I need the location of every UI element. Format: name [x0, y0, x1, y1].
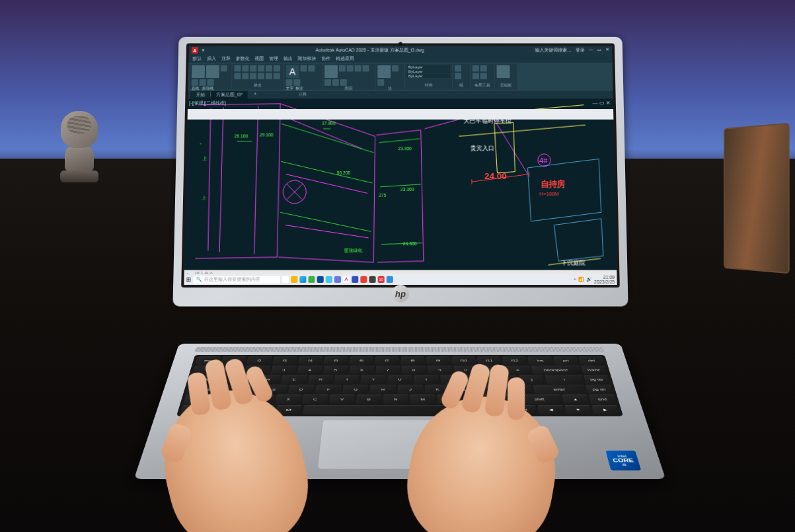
panel-modify[interactable]: 修改: [232, 64, 284, 90]
panel-clipboard[interactable]: 剪贴板: [494, 64, 517, 90]
search-icon: 🔍: [196, 277, 202, 282]
tray-chevron-icon[interactable]: ^: [574, 277, 576, 282]
svg-text:上: 上: [202, 196, 206, 200]
svg-text:24.00: 24.00: [484, 171, 507, 181]
panel-utilities[interactable]: 实用工具: [471, 64, 494, 90]
system-tray: ^ 📶 🔊 21:09 2023/2/25: [574, 275, 615, 284]
edge-icon[interactable]: [299, 276, 306, 283]
tray-network-icon[interactable]: 📶: [578, 277, 584, 282]
panel-group[interactable]: 组: [453, 64, 470, 90]
panel-properties[interactable]: ByLayer ByLayer ByLayer 特性: [405, 64, 452, 90]
svg-text:29.100: 29.100: [234, 133, 248, 138]
key-space[interactable]: [303, 405, 455, 414]
svg-text:23.300: 23.300: [400, 186, 414, 191]
cortana-icon[interactable]: [282, 276, 289, 283]
block-insert-icon[interactable]: [377, 65, 391, 79]
window-close-icon[interactable]: ✕: [605, 47, 609, 54]
doctab-drawing[interactable]: 方案总图_t3*: [211, 91, 248, 99]
lineweight-dropdown[interactable]: ByLayer: [407, 74, 450, 78]
search-hint[interactable]: 输入关键词搜索…: [535, 47, 571, 54]
store-icon[interactable]: [317, 276, 324, 283]
tab-default[interactable]: 默认: [192, 56, 202, 62]
titlebar: A ▾ Autodesk AutoCAD 2020 - 未注册版 方案总图_t3…: [189, 46, 613, 55]
screen-bezel: A ▾ Autodesk AutoCAD 2020 - 未注册版 方案总图_t3…: [181, 44, 620, 288]
window-title: Autodesk AutoCAD 2020 - 未注册版 方案总图_t3.dwg: [208, 47, 531, 54]
app5-icon[interactable]: 10: [378, 276, 385, 283]
doctab-new[interactable]: +: [248, 91, 262, 99]
key-up[interactable]: ▲: [562, 395, 589, 404]
doctab-start[interactable]: 开始: [190, 91, 210, 99]
svg-text:23.300: 23.300: [403, 242, 417, 247]
tab-annotate[interactable]: 注释: [221, 56, 231, 62]
key-left[interactable]: ◀: [537, 405, 564, 414]
taskbar-search[interactable]: 🔍 在这里输入你要搜索的内容: [194, 276, 281, 283]
polyline-icon[interactable]: [206, 65, 219, 79]
photo-scene: A ▾ Autodesk AutoCAD 2020 - 未注册版 方案总图_t3…: [0, 0, 795, 532]
search-placeholder: 在这里输入你要搜索的内容: [204, 276, 260, 283]
ribbon-tabs: 默认 插入 注释 参数化 视图 管理 输出 附加模块 协作 精选应用: [188, 55, 612, 63]
svg-text:23.300: 23.300: [398, 146, 412, 151]
qat-save-icon[interactable]: ▾: [202, 48, 205, 53]
line-icon[interactable]: [192, 65, 205, 79]
tab-addins[interactable]: 附加模块: [298, 56, 317, 62]
app-icon[interactable]: [334, 276, 341, 283]
key-right[interactable]: ▶: [591, 405, 619, 414]
tab-parametric[interactable]: 参数化: [236, 56, 250, 62]
text-icon[interactable]: A: [286, 65, 299, 79]
window-minimize-icon[interactable]: —: [588, 47, 593, 54]
windows-taskbar: [188, 109, 614, 120]
tab-view[interactable]: 视图: [254, 56, 264, 62]
viewport-controls[interactable]: — ▭ ✕: [593, 100, 611, 106]
svg-text:37.800: 37.800: [322, 121, 336, 126]
explorer-icon[interactable]: [291, 276, 297, 283]
panel-annotate[interactable]: A 文字标注 注释: [284, 64, 322, 90]
panel-draw[interactable]: 直线多段线 绘图: [190, 64, 232, 90]
panel-block[interactable]: 块: [375, 64, 404, 90]
view-label[interactable]: [-][俯视][二维线框]: [189, 100, 226, 106]
document-tabs: 开始 方案总图_t3* +: [188, 91, 613, 99]
color-dropdown[interactable]: ByLayer: [407, 65, 450, 69]
app6-icon[interactable]: [387, 276, 393, 283]
key-backspace[interactable]: backspace: [531, 365, 581, 374]
tab-output[interactable]: 输出: [284, 56, 293, 62]
paste-icon[interactable]: [496, 65, 510, 79]
taskbar-pinned: A 10: [282, 276, 393, 283]
key-enter[interactable]: enter: [533, 385, 586, 393]
linetype-dropdown[interactable]: ByLayer: [407, 69, 450, 73]
layer-props-icon[interactable]: [324, 65, 338, 79]
svg-text:29.100: 29.100: [260, 132, 274, 137]
tray-date[interactable]: 2023/2/25: [594, 280, 615, 284]
speaker-grille: [195, 347, 605, 352]
tab-featured[interactable]: 精选应用: [336, 56, 354, 62]
svg-text:275: 275: [379, 193, 387, 198]
tray-time[interactable]: 21:09: [594, 275, 615, 280]
svg-text:56.200: 56.200: [337, 170, 351, 174]
tab-insert[interactable]: 插入: [207, 56, 216, 62]
app2-icon[interactable]: [352, 276, 358, 283]
wechat-icon[interactable]: [308, 276, 315, 283]
cad-drawing: 24.00 自持房 大巴车临时停车位 贵宾入口 下沉庭院 H=100M 4#: [184, 98, 617, 270]
key-down[interactable]: ▼: [564, 405, 592, 414]
svg-text:自持房: 自持房: [541, 180, 565, 189]
tray-volume-icon[interactable]: 🔊: [586, 277, 592, 282]
login-link[interactable]: 登录: [576, 47, 585, 54]
hp-logo: hp: [392, 285, 409, 302]
svg-text:4#: 4#: [539, 157, 549, 165]
tab-manage[interactable]: 管理: [269, 56, 278, 62]
intel-sticker: intelCOREi5: [605, 451, 641, 471]
start-button[interactable]: ⊞: [186, 276, 191, 283]
app3-icon[interactable]: [360, 276, 367, 283]
svg-text:下沉庭院: 下沉庭院: [561, 260, 586, 266]
tab-collab[interactable]: 协作: [321, 56, 330, 62]
windows-taskbar: ⊞ 🔍 在这里输入你要搜索的内容: [184, 274, 617, 285]
weather-icon[interactable]: [326, 276, 332, 283]
panel-layers[interactable]: 图层: [322, 64, 375, 90]
laptop-lid: A ▾ Autodesk AutoCAD 2020 - 未注册版 方案总图_t3…: [172, 37, 628, 307]
autocad-taskbar-icon[interactable]: A: [343, 276, 350, 283]
app4-icon[interactable]: [369, 276, 375, 283]
desk-tray: [724, 123, 790, 274]
autocad-logo-icon: A: [192, 47, 198, 54]
drawing-canvas[interactable]: [-][俯视][二维线框] — ▭ ✕: [184, 98, 617, 270]
svg-text:H=100M: H=100M: [539, 191, 559, 197]
window-maximize-icon[interactable]: ▭: [597, 47, 601, 54]
